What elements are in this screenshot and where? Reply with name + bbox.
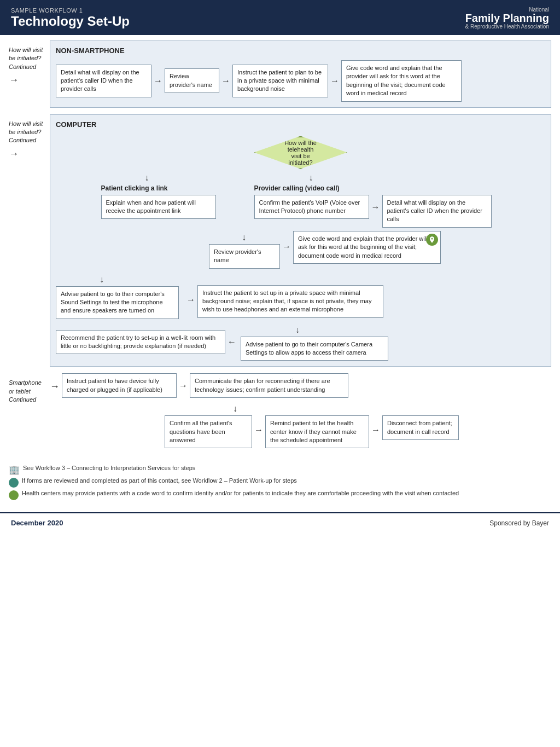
legend-item-2: If forms are reviewed and completed as p… (9, 477, 551, 488)
comp-section: COMPUTER How will the telehealth visit b… (50, 114, 551, 367)
smartphone-row: Smartphoneor tablet Continued → Instruct… (9, 373, 551, 448)
header-right: National Family Planning & Reproductive … (465, 7, 549, 30)
arrow-smart1: → (179, 381, 188, 391)
smart-side-label: Smartphoneor tablet Continued (9, 373, 50, 404)
ns-box-3: Instruct the patient to plan to be in a … (232, 65, 328, 97)
legend: 🏢 See Workflow 3 – Connecting to Interpr… (0, 460, 560, 507)
org-sub: & Reproductive Health Association (465, 24, 549, 30)
comp-advise-box: Advise patient to go to their computer's… (56, 286, 179, 319)
comp-voip-box: Confirm the patient's VoIP (Voice over I… (254, 195, 369, 219)
diamond-wrap: How will the telehealth visit be initiat… (254, 136, 347, 169)
page-footer: December 2020 Sponsored by Bayer (0, 512, 560, 532)
ns-flow: Detail what will display on the patient'… (56, 60, 545, 102)
footer-date: December 2020 (11, 519, 63, 527)
arrow-1: → (154, 76, 162, 86)
page-header: SAMPLE WORKFLOW 1 Technology Set-Up Nati… (0, 0, 560, 35)
arrow-down-left: ↓ (145, 173, 149, 183)
ns-section: NON-SMARTPHONE Detail what will display … (50, 40, 551, 108)
arrow-down-smart: ↓ (233, 404, 237, 414)
page-title: Technology Set-Up (11, 14, 130, 29)
green-icon (426, 234, 438, 246)
arrow-smart-entry: → (50, 381, 60, 392)
comp-camera-box: Advise patient to go to their computer's… (241, 337, 388, 361)
arrow-advise: → (186, 295, 195, 305)
ns-side-label: How will visitbe initiated?Continued → (9, 40, 50, 87)
arrow-down-advise: ↓ (100, 275, 104, 285)
footer-sponsor: Sponsored by Bayer (489, 519, 549, 527)
ns-box-2: Review provider's name (165, 68, 219, 93)
arrow-down-camera: ↓ (295, 325, 300, 335)
comp-codeword-box: Give code word and explain that the prov… (293, 231, 441, 264)
ns-box-1: Detail what will display on the patient'… (56, 65, 151, 97)
subtitle: SAMPLE WORKFLOW 1 (11, 7, 130, 14)
arrow-3: → (330, 76, 339, 86)
main-content: How will visitbe initiated?Continued → N… (0, 35, 560, 460)
smart-disconnect-box: Disconnect from patient; document in cal… (382, 415, 459, 440)
arrow-voip: → (371, 202, 380, 212)
comp-link-box: Explain when and how patient will receiv… (101, 195, 216, 219)
legend-icon-2 (9, 478, 19, 488)
arrow-confirm: → (254, 425, 263, 435)
comp-callerid-box: Detail what will display on the patient'… (382, 195, 492, 228)
smart-remind-box: Remind patient to let the health center … (265, 415, 369, 448)
arrow-down-right: ↓ (309, 173, 313, 183)
smart-instruct-box: Instruct patient to have device fully ch… (62, 373, 177, 398)
arrow-camera-left: ← (228, 337, 236, 347)
comp-title: COMPUTER (56, 120, 545, 129)
comp-review-box: Review provider's name (209, 244, 280, 269)
legend-icon-1: 🏢 (9, 465, 20, 475)
comp-recommend-box: Recommend the patient try to set-up in a… (56, 330, 225, 355)
comp-side-label: How will visitbe initiated?Continued → (9, 114, 50, 161)
branch-left-label: Patient clicking a link (101, 184, 168, 192)
legend-icon-3 (9, 490, 19, 500)
comp-private-box: Instruct the patient to set up in a priv… (197, 285, 383, 318)
legend-item-3: Health centers may provide patients with… (9, 490, 551, 500)
computer-row: How will visitbe initiated?Continued → C… (9, 114, 551, 367)
ns-title: NON-SMARTPHONE (56, 47, 545, 55)
non-smartphone-row: How will visitbe initiated?Continued → N… (9, 40, 551, 108)
ns-box-4: Give code word and explain that the prov… (341, 60, 462, 102)
diamond: How will the telehealth visit be initiat… (254, 136, 347, 169)
branch-right-label: Provider calling (video call) (254, 184, 340, 192)
legend-item-1: 🏢 See Workflow 3 – Connecting to Interpr… (9, 465, 551, 475)
smart-communicate-box: Communicate the plan for reconnecting if… (190, 373, 348, 398)
smartphone-content: → Instruct patient to have device fully … (50, 373, 551, 448)
arrow-2: → (221, 76, 230, 86)
org-name: Family Planning (465, 13, 549, 24)
arrow-down-voip: ↓ (242, 233, 246, 242)
arrow-review: → (282, 242, 291, 252)
header-left: SAMPLE WORKFLOW 1 Technology Set-Up (11, 7, 130, 29)
arrow-remind: → (371, 425, 380, 435)
smart-confirm-box: Confirm all the patient's questions have… (165, 415, 252, 448)
